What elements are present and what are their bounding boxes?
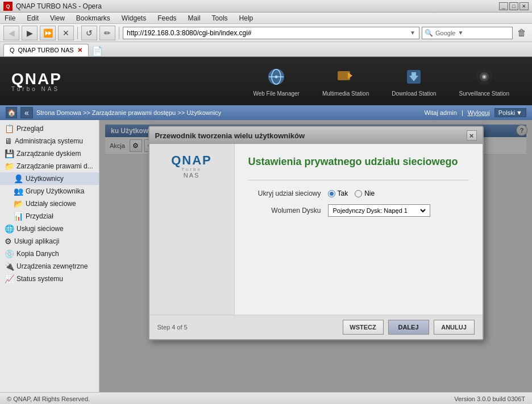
menu-widgets[interactable]: Widgets [119, 13, 148, 23]
window-controls[interactable]: _ □ ✕ [499, 2, 529, 10]
back-button[interactable]: ◀ [3, 26, 19, 40]
breadcrumb-path: Strona Domowa >> Zarządzanie prawami dos… [36, 109, 221, 116]
address-dropdown-icon[interactable]: ▼ [410, 30, 415, 36]
separator: | [462, 109, 463, 116]
menu-mail[interactable]: Mail [186, 13, 203, 23]
app-icon: ⚙ [5, 237, 12, 246]
maximize-button[interactable]: □ [509, 2, 518, 10]
sidebar-item-quota-label: Przydział [26, 212, 53, 220]
access-icon: 📁 [5, 162, 14, 171]
browser-menubar: File Edit View Bookmarks Widgets Feeds M… [0, 13, 532, 24]
menu-feeds[interactable]: Feeds [155, 13, 178, 23]
menu-file[interactable]: File [2, 13, 18, 23]
sidebar-item-disk[interactable]: 💾 Zarządzanie dyskiem [0, 147, 99, 160]
next-button[interactable]: DALEJ [388, 320, 429, 335]
active-tab[interactable]: Q QNAP TURBO NAS ✕ [3, 44, 89, 56]
menu-help[interactable]: Help [237, 13, 256, 23]
nav-multimedia-station[interactable]: Multimedia Station [311, 61, 380, 101]
forward-button[interactable]: ▶ [22, 26, 38, 40]
disk-volume-label: Wolumen Dysku [248, 207, 328, 215]
modal-title: Przewodnik tworzenia wielu użytkowników [155, 131, 305, 140]
sidebar-item-users[interactable]: 👤 Użytkownicy [0, 172, 99, 185]
surveillance-station-label: Surveillance Station [459, 90, 509, 97]
sidebar-item-quota[interactable]: 📊 Przydział [0, 210, 99, 222]
collapse-sidebar-button[interactable]: « [20, 107, 33, 118]
sidebar-item-access-label: Zarządzanie prawami d... [16, 162, 93, 170]
sidebar-item-app-services[interactable]: ⚙ Usługi aplikacji [0, 235, 99, 248]
groups-icon: 👥 [14, 187, 23, 196]
language-label: Polski [498, 109, 515, 116]
network-icon: 🌐 [5, 224, 14, 233]
back-button[interactable]: WSTECZ [343, 320, 384, 335]
multimedia-station-icon [334, 65, 357, 88]
modal-close-button[interactable]: × [467, 130, 477, 141]
sidebar-item-overview[interactable]: 📋 Przegląd [0, 122, 99, 135]
radio-yes[interactable]: Tak [328, 189, 348, 197]
sidebar-item-network-services[interactable]: 🌐 Usługi sieciowe [0, 222, 99, 235]
radio-no[interactable]: Nie [355, 189, 375, 197]
surveillance-station-icon [473, 65, 496, 88]
logout-link[interactable]: Wyloguj [468, 109, 490, 116]
cancel-button[interactable]: ANULUJ [434, 320, 475, 335]
browser-icon: Q [3, 2, 13, 11]
fast-forward-button[interactable]: ⏩ [40, 26, 56, 40]
address-bar[interactable]: http://192.168.0.3:8080/cgi-bin/index.cg… [123, 27, 419, 39]
admin-icon: 🖥 [5, 137, 13, 146]
step-indicator: Step 4 of 5 [157, 324, 188, 331]
search-engine-icon: 🔍 [425, 29, 433, 37]
home-icon[interactable]: 🏠 [6, 107, 17, 118]
trash-button[interactable]: 🗑 [515, 26, 529, 40]
menu-view[interactable]: View [48, 13, 67, 23]
radio-no-circle [355, 190, 362, 197]
web-file-manager-label: Web File Manager [253, 90, 300, 97]
qnap-logo-sub: Turbo NAS [11, 86, 62, 92]
overview-icon: 📋 [5, 124, 14, 133]
search-dropdown-icon[interactable]: ▼ [458, 30, 463, 36]
disk-volume-select[interactable]: Pojedynczy Dysk: Napęd 1 [328, 204, 430, 217]
stop-button[interactable]: ✕ [58, 26, 74, 40]
sidebar-item-access[interactable]: 📁 Zarządzanie prawami d... [0, 160, 99, 172]
tab-label: QNAP TURBO NAS [18, 47, 74, 53]
sidebar-item-groups[interactable]: 👥 Grupy Użytkownika [0, 185, 99, 197]
menu-edit[interactable]: Edit [24, 13, 41, 23]
sidebar: 📋 Przegląd 🖥 Administracja systemu 💾 Zar… [0, 120, 99, 392]
modal-overlay: Przewodnik tworzenia wielu użytkowników … [99, 120, 532, 392]
edit-button[interactable]: ✏ [99, 26, 115, 40]
tab-close-button[interactable]: ✕ [77, 47, 82, 54]
menu-bookmarks[interactable]: Bookmarks [74, 13, 113, 23]
sidebar-item-backup[interactable]: 💿 Kopia Danych [0, 248, 99, 260]
sidebar-item-app-label: Usługi aplikacji [14, 237, 59, 245]
close-button[interactable]: ✕ [519, 2, 529, 10]
welcome-text: Witaj admin [424, 109, 456, 116]
sidebar-item-external-devices[interactable]: 🔌 Urządzenia zewnętrzne [0, 260, 99, 273]
reload-button[interactable]: ↺ [81, 26, 97, 40]
modal-logo-main: QNAP [171, 153, 212, 168]
nav-download-station[interactable]: Download Station [380, 61, 447, 101]
modal-dialog: Przewodnik tworzenia wielu użytkowników … [148, 126, 484, 340]
sidebar-item-shares[interactable]: 📂 Udziały sieciowe [0, 197, 99, 210]
search-bar[interactable]: 🔍 Google ▼ [422, 27, 513, 39]
svg-point-11 [483, 76, 485, 78]
nav-surveillance-station[interactable]: Surveillance Station [448, 61, 521, 101]
sidebar-item-overview-label: Przegląd [16, 125, 43, 133]
download-station-icon [402, 65, 425, 88]
menu-tools[interactable]: Tools [210, 13, 230, 23]
sidebar-item-status-label: Status systemu [16, 275, 63, 283]
nav-web-file-manager[interactable]: Web File Manager [242, 61, 311, 101]
sidebar-item-external-label: Urządzenia zewnętrzne [16, 262, 88, 270]
status-icon: 📈 [5, 274, 14, 283]
backup-icon: 💿 [5, 249, 14, 258]
browser-toolbar: ◀ ▶ ⏩ ✕ ↺ ✏ http://192.168.0.3:8080/cgi-… [0, 24, 532, 42]
tab-bar: Q QNAP TURBO NAS ✕ 📄 [0, 42, 532, 57]
new-tab-button[interactable]: 📄 [91, 45, 103, 56]
sidebar-item-system-status[interactable]: 📈 Status systemu [0, 273, 99, 285]
breadcrumb-left: 🏠 « Strona Domowa >> Zarządzanie prawami… [6, 107, 221, 118]
radio-yes-dot [330, 192, 334, 196]
language-button[interactable]: Polski ▼ [494, 108, 526, 117]
qnap-nav-icons: Web File Manager Multimedia Station Down… [242, 61, 521, 101]
disk-volume-dropdown[interactable]: Pojedynczy Dysk: Napęd 1 [331, 207, 427, 215]
footer-buttons: WSTECZ DALEJ ANULUJ [343, 320, 475, 335]
minimize-button[interactable]: _ [499, 2, 508, 10]
sidebar-item-network-label: Usługi sieciowe [16, 225, 64, 233]
sidebar-item-admin[interactable]: 🖥 Administracja systemu [0, 135, 99, 147]
